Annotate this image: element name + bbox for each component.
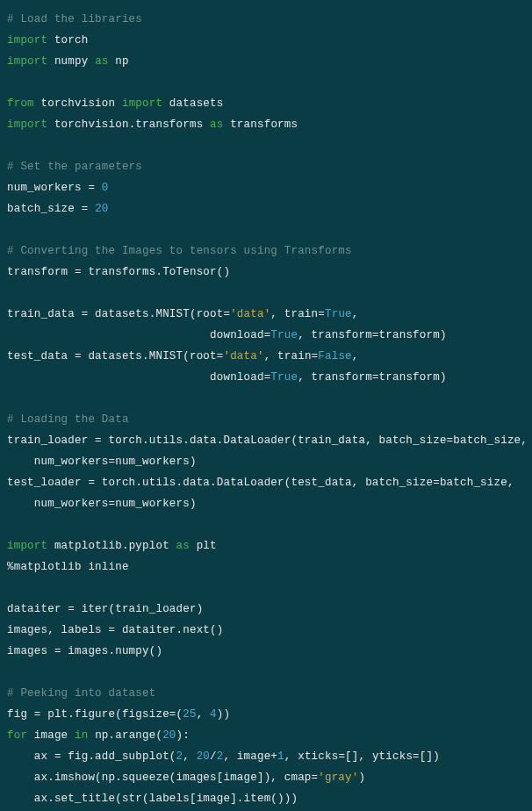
code-token: , (352, 308, 359, 320)
code-token: num_workers=num_workers) (7, 498, 197, 510)
code-line: num_workers = 0 (7, 182, 109, 194)
code-token: num_workers = (7, 182, 102, 194)
code-token: from (7, 97, 34, 110)
code-line: ax = fig.add_subplot(2, 20/2, image+1, x… (7, 750, 440, 763)
code-line: train_loader = torch.utils.data.DataLoad… (7, 434, 528, 447)
code-token: , (352, 350, 359, 362)
code-line: # Load the libraries (7, 13, 142, 25)
code-token: ) (358, 772, 365, 784)
code-token: 'data' (223, 350, 263, 362)
code-line: images, labels = dataiter.next() (7, 624, 223, 636)
code-line: batch_size = 20 (7, 203, 109, 215)
code-token: # Converting the Images to tensors using… (7, 245, 352, 257)
code-token: torchvision.transforms (47, 118, 210, 131)
code-token: torchvision (34, 97, 122, 110)
code-token: np.arange( (88, 729, 162, 742)
code-line: # Peeking into dataset (7, 687, 155, 700)
code-token: import (122, 97, 162, 110)
code-token: np (109, 55, 129, 68)
code-line: train_data = datasets.MNIST(root='data',… (7, 308, 359, 320)
code-token: datasets (162, 97, 223, 110)
code-token: ax.set_title(str(labels[image].item())) (7, 793, 298, 805)
code-token: %matplotlib inline (7, 561, 129, 573)
code-token: True (270, 329, 298, 341)
code-token: , image+ (223, 750, 277, 763)
code-token: image (27, 729, 75, 742)
code-line: test_loader = torch.utils.data.DataLoade… (7, 477, 514, 489)
code-line: test_data = datasets.MNIST(root='data', … (7, 350, 359, 362)
code-line: fig = plt.figure(figsize=(25, 4)) (7, 708, 230, 721)
code-line: # Loading the Data (7, 413, 129, 426)
code-token: numpy (47, 55, 95, 68)
code-token: 20 (197, 750, 210, 763)
code-token: , (183, 750, 196, 763)
code-line: num_workers=num_workers) (7, 498, 197, 510)
code-token: test_loader = torch.utils.data.DataLoade… (7, 477, 514, 489)
code-token: in (75, 729, 88, 742)
code-line: for image in np.arange(20): (7, 729, 190, 742)
code-line: ax.imshow(np.squeeze(images[image]), cma… (7, 772, 365, 784)
code-token: # Peeking into dataset (7, 687, 155, 700)
code-token: 20 (95, 203, 108, 215)
code-token: , (197, 708, 210, 721)
code-token: for (7, 729, 27, 742)
code-token: # Loading the Data (7, 413, 129, 426)
code-token: transform = transforms.ToTensor() (7, 266, 230, 278)
code-token: , train= (264, 350, 319, 362)
code-line: from torchvision import datasets (7, 97, 223, 110)
code-token: as (176, 540, 190, 552)
code-line: import torchvision.transforms as transfo… (7, 118, 298, 131)
code-token: download= (7, 329, 270, 341)
code-token: fig = plt.figure(figsize=( (7, 708, 183, 721)
code-token: # Set the parameters (7, 161, 142, 173)
code-token: True (270, 371, 298, 384)
code-line: # Set the parameters (7, 161, 142, 173)
code-token: torch (47, 34, 88, 47)
code-token: 4 (210, 708, 217, 721)
code-line: download=True, transform=transform) (7, 329, 447, 341)
code-token: plt (190, 540, 217, 552)
code-token: import (7, 55, 47, 68)
code-token: import (7, 118, 47, 131)
code-line: ax.set_title(str(labels[image].item())) (7, 793, 298, 805)
code-token: dataiter = iter(train_loader) (7, 603, 203, 615)
code-token: ): (176, 729, 190, 742)
code-token: train_loader = torch.utils.data.DataLoad… (7, 434, 528, 447)
code-token: transforms (223, 118, 298, 131)
code-token: test_data = datasets.MNIST(root= (7, 350, 223, 362)
code-line: # Converting the Images to tensors using… (7, 245, 352, 257)
code-line: %matplotlib inline (7, 561, 129, 573)
code-token: as (210, 118, 223, 131)
code-token: images, labels = dataiter.next() (7, 624, 223, 636)
code-block: # Load the libraries import torch import… (0, 0, 532, 811)
code-token: )) (217, 708, 230, 721)
code-token: 20 (162, 729, 176, 742)
code-line: import numpy as np (7, 55, 129, 68)
code-token: matplotlib.pyplot (47, 540, 176, 552)
code-token: False (318, 350, 352, 362)
code-token: batch_size = (7, 203, 95, 215)
code-line: download=True, transform=transform) (7, 371, 447, 384)
code-token: num_workers=num_workers) (7, 456, 197, 468)
code-line: images = images.numpy() (7, 645, 162, 657)
code-line: import matplotlib.pyplot as plt (7, 540, 217, 552)
code-token: , transform=transform) (298, 329, 446, 341)
code-token: 0 (102, 182, 109, 194)
code-line: dataiter = iter(train_loader) (7, 603, 203, 615)
code-token: True (325, 308, 352, 320)
code-token: images = images.numpy() (7, 645, 162, 657)
code-token: , xticks=[], yticks=[]) (284, 750, 440, 763)
code-token: download= (7, 371, 270, 384)
code-token: ax.imshow(np.squeeze(images[image]), cma… (7, 772, 318, 784)
code-line: import torch (7, 34, 88, 47)
code-token: , train= (270, 308, 325, 320)
code-line: transform = transforms.ToTensor() (7, 266, 230, 278)
code-token: as (95, 55, 108, 68)
code-token: 25 (183, 708, 196, 721)
code-token: ax = fig.add_subplot( (7, 750, 176, 763)
code-token: 'gray' (318, 772, 358, 784)
code-token: # Load the libraries (7, 13, 142, 25)
code-token: import (7, 540, 47, 552)
code-token: 'data' (230, 308, 270, 320)
code-line: num_workers=num_workers) (7, 456, 197, 468)
